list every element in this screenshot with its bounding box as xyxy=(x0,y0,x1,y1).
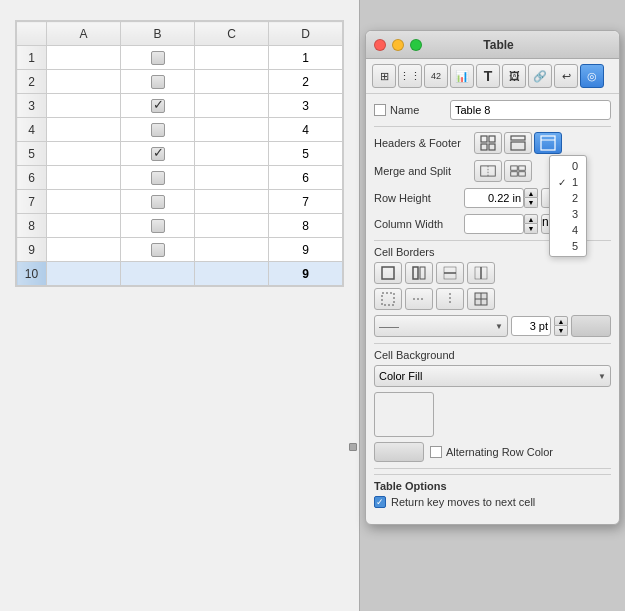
cell-c2[interactable] xyxy=(195,70,269,94)
border-stepper-up-icon[interactable]: ▲ xyxy=(554,316,568,326)
cell-c9[interactable] xyxy=(195,238,269,262)
cell-d7[interactable]: 7 xyxy=(269,190,343,214)
cell-c4[interactable] xyxy=(195,118,269,142)
cell-a4[interactable] xyxy=(47,118,121,142)
col-stepper-down-icon[interactable]: ▼ xyxy=(524,224,538,234)
cell-b3[interactable] xyxy=(121,94,195,118)
border-stepper-down-icon[interactable]: ▼ xyxy=(554,326,568,336)
checkbox[interactable] xyxy=(151,123,165,137)
cell-b1[interactable] xyxy=(121,46,195,70)
checkbox[interactable] xyxy=(151,75,165,89)
checkbox-checked[interactable] xyxy=(151,147,165,161)
cell-c1[interactable] xyxy=(195,46,269,70)
cell-d10[interactable]: 9 xyxy=(269,262,343,286)
cell-a5[interactable] xyxy=(47,142,121,166)
checkbox[interactable] xyxy=(151,219,165,233)
popup-item-3[interactable]: 3 xyxy=(550,206,586,222)
cell-b10[interactable] xyxy=(121,262,195,286)
stepper-down-icon[interactable]: ▼ xyxy=(524,198,538,208)
cell-a6[interactable] xyxy=(47,166,121,190)
name-input[interactable] xyxy=(450,100,611,120)
cell-c6[interactable] xyxy=(195,166,269,190)
cell-c8[interactable] xyxy=(195,214,269,238)
checkbox[interactable] xyxy=(151,51,165,65)
col-width-input[interactable] xyxy=(464,214,524,234)
close-button[interactable] xyxy=(374,39,386,51)
border-style-select[interactable]: —— ▼ xyxy=(374,315,508,337)
checkbox[interactable] xyxy=(151,195,165,209)
header-active-btn[interactable] xyxy=(534,132,562,154)
return-key-checkbox[interactable]: ✓ xyxy=(374,496,386,508)
chart-toolbar-btn[interactable]: 📊 xyxy=(450,64,474,88)
border-btn-5[interactable] xyxy=(374,288,402,310)
checkbox-checked[interactable] xyxy=(151,99,165,113)
header-single-btn[interactable] xyxy=(504,132,532,154)
stepper-up-icon[interactable]: ▲ xyxy=(524,188,538,198)
border-pt-input[interactable] xyxy=(511,316,551,336)
number-toolbar-btn[interactable]: 42 xyxy=(424,64,448,88)
grid-toolbar-btn[interactable]: ⋮⋮ xyxy=(398,64,422,88)
cell-d9[interactable]: 9 xyxy=(269,238,343,262)
checkbox[interactable] xyxy=(151,243,165,257)
border-btn-1[interactable] xyxy=(374,262,402,284)
refresh-toolbar-btn[interactable]: ↩ xyxy=(554,64,578,88)
alt-row-checkbox[interactable] xyxy=(430,446,442,458)
cell-c3[interactable] xyxy=(195,94,269,118)
popup-item-2[interactable]: 2 xyxy=(550,190,586,206)
cell-b8[interactable] xyxy=(121,214,195,238)
color-fill-dropdown[interactable]: Color Fill ▼ xyxy=(374,365,611,387)
border-color-swatch[interactable] xyxy=(571,315,611,337)
cell-a8[interactable] xyxy=(47,214,121,238)
border-btn-6[interactable] xyxy=(405,288,433,310)
border-pt-stepper[interactable]: ▲ ▼ xyxy=(554,316,568,336)
cell-c5[interactable] xyxy=(195,142,269,166)
image-toolbar-btn[interactable]: 🖼 xyxy=(502,64,526,88)
col-header-a[interactable]: A xyxy=(47,22,121,46)
cell-b7[interactable] xyxy=(121,190,195,214)
cell-b6[interactable] xyxy=(121,166,195,190)
cell-c7[interactable] xyxy=(195,190,269,214)
cell-a10[interactable] xyxy=(47,262,121,286)
col-header-d[interactable]: D xyxy=(269,22,343,46)
cell-d8[interactable]: 8 xyxy=(269,214,343,238)
border-btn-3[interactable] xyxy=(436,262,464,284)
row-height-stepper[interactable]: ▲ ▼ xyxy=(524,188,538,208)
col-header-b[interactable]: B xyxy=(121,22,195,46)
active-toolbar-btn[interactable]: ◎ xyxy=(580,64,604,88)
border-btn-7[interactable] xyxy=(436,288,464,310)
link-toolbar-btn[interactable]: 🔗 xyxy=(528,64,552,88)
cell-d1[interactable]: 1 xyxy=(269,46,343,70)
popup-item-1[interactable]: ✓1 xyxy=(550,174,586,190)
table-toolbar-btn[interactable]: ⊞ xyxy=(372,64,396,88)
cell-a2[interactable] xyxy=(47,70,121,94)
text-toolbar-btn[interactable]: T xyxy=(476,64,500,88)
popup-item-0[interactable]: 0 xyxy=(550,158,586,174)
popup-item-4[interactable]: 4 xyxy=(550,222,586,238)
col-stepper-up-icon[interactable]: ▲ xyxy=(524,214,538,224)
cell-a1[interactable] xyxy=(47,46,121,70)
cell-d5[interactable]: 5 xyxy=(269,142,343,166)
checkbox[interactable] xyxy=(151,171,165,185)
resize-handle[interactable] xyxy=(349,443,357,451)
col-width-stepper[interactable]: ▲ ▼ xyxy=(524,214,538,234)
cell-a9[interactable] xyxy=(47,238,121,262)
name-checkbox[interactable] xyxy=(374,104,386,116)
cell-b5[interactable] xyxy=(121,142,195,166)
cell-a3[interactable] xyxy=(47,94,121,118)
cell-d2[interactable]: 2 xyxy=(269,70,343,94)
border-btn-2[interactable] xyxy=(405,262,433,284)
cell-d3[interactable]: 3 xyxy=(269,94,343,118)
merge-btn[interactable] xyxy=(474,160,502,182)
popup-item-5[interactable]: 5 xyxy=(550,238,586,254)
bg-color-swatch[interactable] xyxy=(374,392,434,437)
cell-a7[interactable] xyxy=(47,190,121,214)
border-btn-8[interactable] xyxy=(467,288,495,310)
cell-b4[interactable] xyxy=(121,118,195,142)
cell-c10[interactable] xyxy=(195,262,269,286)
cell-b9[interactable] xyxy=(121,238,195,262)
cell-d6[interactable]: 6 xyxy=(269,166,343,190)
border-btn-4[interactable] xyxy=(467,262,495,284)
cell-b2[interactable] xyxy=(121,70,195,94)
alt-color-swatch[interactable] xyxy=(374,442,424,462)
header-grid-btn[interactable] xyxy=(474,132,502,154)
